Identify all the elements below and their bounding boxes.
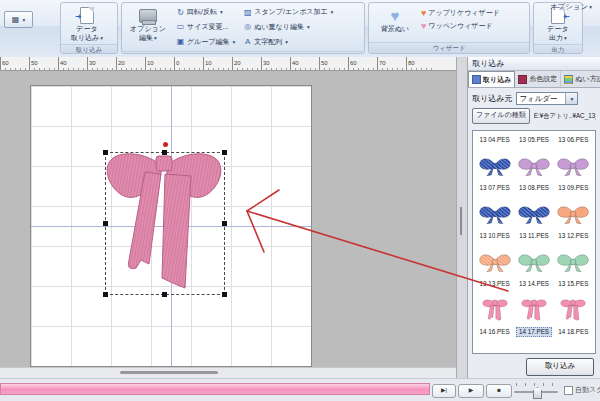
file-item[interactable]: 14 17.PES xyxy=(514,289,553,337)
edit-tool-button[interactable]: ↻回転/反転▾ xyxy=(174,5,237,20)
file-item[interactable]: 13 14.PES xyxy=(514,241,553,289)
tab-糸色設定[interactable]: 糸色設定 xyxy=(515,71,561,87)
option-edit-button[interactable]: オプション 編集▾ xyxy=(125,5,171,42)
import-source-label: 取り込み元 xyxy=(472,93,512,104)
auto-scroll-label: 自動スクロール xyxy=(575,385,600,395)
chevron-down-icon: ▾ xyxy=(331,9,334,15)
speed-slider[interactable] xyxy=(514,383,558,397)
file-label: 13 14.PES xyxy=(517,279,551,289)
horizontal-ruler: 60504030201001020304050607080 xyxy=(0,57,456,71)
edit-tool-button[interactable]: A文字配列▾ xyxy=(241,34,335,49)
sew-settings-tab-icon xyxy=(564,75,573,84)
rotation-origin-dot[interactable] xyxy=(163,142,168,147)
ruler-label: 10 xyxy=(203,57,232,70)
design-page[interactable] xyxy=(30,85,312,367)
stitch-simulator-bar: ▶| ▶ ■ 自動スクロール xyxy=(0,378,600,401)
file-item[interactable]: 13 09.PES xyxy=(554,145,593,193)
wizard-button[interactable]: ♥ワッペンウィザード xyxy=(421,21,500,31)
wizard-button[interactable]: ♥アップリケウィザード xyxy=(421,8,500,18)
selection-box xyxy=(105,152,225,295)
edit-tool-button[interactable]: ▣グループ編集▾ xyxy=(174,34,237,49)
file-item[interactable]: 13 06.PES xyxy=(554,132,593,145)
ruler-label: 60 xyxy=(348,57,377,70)
file-item[interactable]: 13 13.PES xyxy=(475,241,514,289)
bow-thumbnail xyxy=(554,245,593,279)
scrollbar-thumb[interactable] xyxy=(120,371,218,374)
quick-access-button[interactable]: ▦▾ xyxy=(4,11,33,28)
file-label: 13 06.PES xyxy=(556,135,590,145)
file-item[interactable]: 13 05.PES xyxy=(514,132,553,145)
file-label: 13 10.PES xyxy=(478,231,512,241)
ruler-label: 60 xyxy=(0,57,29,70)
ribbon-group-edit: オプション 編集▾ ↻回転/反転▾▭サイズ変更...▣グループ編集▾▨スタンプ/… xyxy=(121,2,365,54)
group-label-output: 出力 xyxy=(534,44,582,54)
resize-handle-se[interactable] xyxy=(222,292,227,297)
auto-scroll-checkbox[interactable] xyxy=(564,386,573,395)
background-sew-button[interactable]: ♥ 背景ぬい xyxy=(372,5,418,34)
tab-取り込み[interactable]: 取り込み xyxy=(468,71,515,87)
panel-title: 取り込み xyxy=(468,57,600,71)
file-item[interactable]: 13 12.PES xyxy=(554,193,593,241)
edit-tool-button[interactable]: ▨スタンプ/エンボス加工▾ xyxy=(241,5,335,20)
data-import-button[interactable]: ➜ データ 取り込み▾ xyxy=(64,5,110,42)
overlap-icon: ◎ xyxy=(243,22,252,31)
file-item[interactable]: 13 15.PES xyxy=(554,241,593,289)
resize-handle-w[interactable] xyxy=(103,221,108,226)
text-array-icon: A xyxy=(243,37,252,46)
tab-ぬい方設..[interactable]: ぬい方設.. xyxy=(561,71,600,87)
ruler-label: 50 xyxy=(29,57,58,70)
options-menu[interactable]: オプション▾ xyxy=(550,2,592,12)
ribbon-group-wizard: ♥ 背景ぬい ♥アップリケウィザード♥ワッペンウィザード ウィザード xyxy=(368,2,530,54)
resize-handle-n[interactable] xyxy=(162,150,167,155)
file-type-button[interactable]: ファイルの種類 xyxy=(472,108,530,124)
edit-small-buttons: ↻回転/反転▾▭サイズ変更...▣グループ編集▾▨スタンプ/エンボス加工▾◎ぬい… xyxy=(174,5,335,49)
resize-handle-sw[interactable] xyxy=(103,292,108,297)
file-item[interactable]: 13 10.PES xyxy=(475,193,514,241)
stop-button[interactable]: ■ xyxy=(486,384,512,398)
bow-thumbnail xyxy=(514,149,553,183)
ruler-label: 40 xyxy=(58,57,87,70)
bow-thumbnail xyxy=(514,245,553,279)
file-item[interactable]: 13 04.PES xyxy=(475,132,514,145)
file-label: 13 07.PES xyxy=(478,183,512,193)
slider-thumb[interactable] xyxy=(533,387,542,399)
file-item[interactable]: 14 18.PES xyxy=(554,289,593,337)
file-item[interactable]: 13 11.PES xyxy=(514,193,553,241)
file-item[interactable]: 13 08.PES xyxy=(514,145,553,193)
ruler-label: 10 xyxy=(145,57,174,70)
group-label-wizard: ウィザード xyxy=(369,42,529,53)
import-button[interactable]: 取り込み xyxy=(526,358,594,376)
wizard-small-buttons: ♥アップリケウィザード♥ワッペンウィザード xyxy=(421,5,500,31)
import-tab-icon xyxy=(472,75,481,84)
panel-splitter[interactable] xyxy=(456,57,468,378)
file-label: 14 18.PES xyxy=(556,327,590,337)
resize-handle-nw[interactable] xyxy=(103,150,108,155)
resize-handle-ne[interactable] xyxy=(222,150,227,155)
import-source-dropdown[interactable]: フォルダー ▼ xyxy=(516,92,578,105)
play-button[interactable]: ▶ xyxy=(458,384,484,398)
chevron-down-icon: ▾ xyxy=(220,9,223,15)
ruler-label: 80 xyxy=(406,57,435,70)
window-grid-icon: ▦ xyxy=(12,16,20,24)
edit-tool-button[interactable]: ▭サイズ変更... xyxy=(174,20,237,35)
bow-thumbnail xyxy=(475,293,514,327)
file-label: 14 17.PES xyxy=(516,327,552,337)
stitch-progress-bar[interactable] xyxy=(0,383,430,395)
group-label-edit: 編集 xyxy=(122,51,364,54)
bow-thumbnail xyxy=(475,197,514,231)
horizontal-scrollbar[interactable] xyxy=(0,367,456,378)
bow-thumbnail xyxy=(554,149,593,183)
step-forward-button[interactable]: ▶| xyxy=(432,384,456,398)
bow-thumbnail xyxy=(554,293,593,327)
file-item[interactable]: 14 16.PES xyxy=(475,289,514,337)
ribbon-group-import: ➜ データ 取り込み▾ 取り込み xyxy=(60,2,118,54)
file-item[interactable]: 13 07.PES xyxy=(475,145,514,193)
ruler-label: 20 xyxy=(232,57,261,70)
applique-heart-icon: ♥ xyxy=(421,9,426,18)
folder-path-text: E:¥合アトリ..¥AC_13_14 Ribbon xyxy=(534,112,596,121)
bow-thumbnail xyxy=(514,197,553,231)
resize-handle-e[interactable] xyxy=(222,221,227,226)
resize-handle-s[interactable] xyxy=(162,292,167,297)
ruler-label: 20 xyxy=(116,57,145,70)
edit-tool-button[interactable]: ◎ぬい重なり編集▾ xyxy=(241,20,335,35)
